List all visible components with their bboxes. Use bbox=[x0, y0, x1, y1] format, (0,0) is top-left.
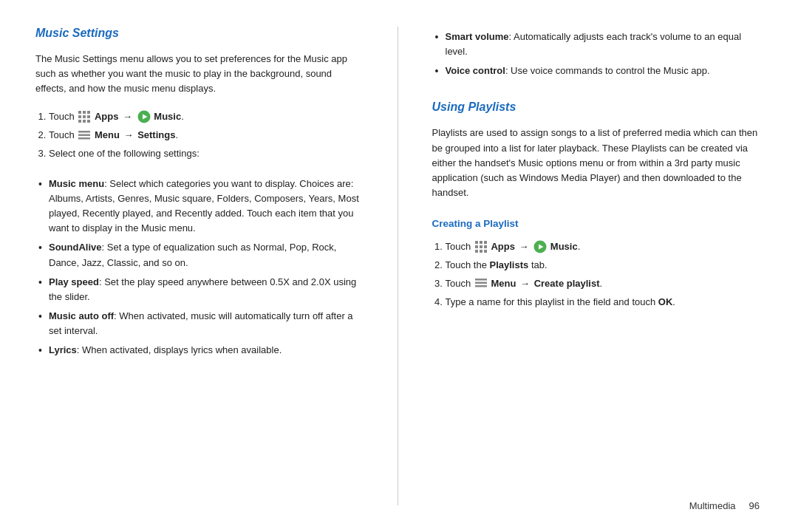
svg-rect-26 bbox=[475, 282, 487, 284]
svg-rect-12 bbox=[78, 134, 90, 136]
menu-icon-1 bbox=[78, 129, 91, 142]
playlist-steps: Touch Apps → bbox=[446, 239, 760, 313]
right-top-bullets: Smart volume: Automatically adjusts each… bbox=[435, 30, 760, 83]
svg-rect-13 bbox=[78, 137, 90, 140]
playlist-step-4: Type a name for this playlist in the fie… bbox=[446, 295, 760, 310]
bullet-music-auto-off: Music auto off: When activated, music wi… bbox=[38, 309, 364, 338]
pstep1-apps-label: Apps bbox=[491, 241, 517, 252]
bullet-smart-volume: Smart volume: Automatically adjusts each… bbox=[435, 30, 760, 59]
svg-rect-1 bbox=[83, 111, 86, 114]
svg-rect-5 bbox=[87, 115, 90, 118]
apps-icon-2 bbox=[474, 240, 488, 253]
pstep4-text: Type a name for this playlist in the fie… bbox=[446, 296, 675, 307]
creating-playlist-subtitle: Creating a Playlist bbox=[432, 218, 760, 229]
bullet-music-menu: Music menu: Select which categories you … bbox=[38, 177, 364, 236]
svg-rect-21 bbox=[480, 250, 482, 253]
svg-rect-11 bbox=[78, 131, 90, 133]
playlist-step-3: Touch Menu → Create playlist. bbox=[446, 276, 760, 292]
music-settings-bullets: Music menu: Select which categories you … bbox=[38, 177, 364, 363]
step2-menu-label: Menu bbox=[95, 129, 123, 140]
footer: Multimedia 96 bbox=[689, 500, 760, 511]
svg-rect-25 bbox=[475, 279, 487, 281]
pstep3-menu-label: Menu bbox=[491, 278, 519, 289]
music-settings-steps: Touch Apps → bbox=[49, 109, 364, 164]
svg-rect-17 bbox=[475, 245, 478, 248]
svg-rect-7 bbox=[83, 120, 86, 123]
pstep3-text-before: Touch bbox=[446, 278, 474, 289]
bullet-play-speed: Play speed: Set the play speed anywhere … bbox=[38, 275, 364, 304]
svg-rect-19 bbox=[484, 245, 487, 248]
step1-arrow: → bbox=[123, 111, 132, 122]
footer-page: 96 bbox=[749, 500, 760, 511]
step1-apps-label: Apps bbox=[95, 111, 121, 122]
pstep1-music-label: Music. bbox=[550, 241, 580, 252]
apps-icon bbox=[78, 110, 91, 123]
music-icon-1 bbox=[137, 110, 151, 123]
bullet-lyrics: Lyrics: When activated, displays lyrics … bbox=[38, 343, 364, 358]
menu-icon-2 bbox=[474, 276, 488, 290]
svg-rect-2 bbox=[87, 111, 90, 114]
svg-rect-6 bbox=[78, 120, 81, 123]
svg-rect-8 bbox=[87, 120, 90, 123]
music-settings-title: Music Settings bbox=[35, 27, 364, 40]
page: Music Settings The Music Settings menu a… bbox=[0, 0, 798, 532]
svg-rect-27 bbox=[475, 285, 487, 287]
pstep3-create: Create playlist. bbox=[534, 278, 603, 289]
step1-text-before: Touch bbox=[49, 111, 77, 122]
column-divider bbox=[398, 27, 398, 505]
pstep1-arrow: → bbox=[519, 241, 529, 252]
svg-rect-22 bbox=[484, 250, 487, 253]
bullet-soundalive: SoundAlive: Set a type of equalization s… bbox=[38, 240, 364, 270]
step-1: Touch Apps → bbox=[49, 109, 364, 125]
music-icon-2 bbox=[533, 240, 547, 253]
pstep2-text: Touch the Playlists tab. bbox=[446, 259, 548, 270]
svg-rect-14 bbox=[475, 241, 478, 244]
pstep1-text-before: Touch bbox=[446, 241, 474, 252]
playlist-step-1: Touch Apps → bbox=[446, 239, 760, 255]
playlist-step-2: Touch the Playlists tab. bbox=[446, 258, 760, 273]
step-3: Select one of the following settings: bbox=[49, 146, 364, 162]
step2-text-before: Touch bbox=[49, 129, 77, 140]
svg-rect-16 bbox=[484, 241, 487, 244]
using-playlists-intro: Playlists are used to assign songs to a … bbox=[432, 126, 760, 200]
footer-label: Multimedia bbox=[689, 500, 736, 511]
step2-arrow: → bbox=[124, 129, 134, 140]
svg-rect-3 bbox=[78, 115, 81, 118]
left-column: Music Settings The Music Settings menu a… bbox=[35, 27, 364, 505]
pstep3-arrow: → bbox=[520, 278, 530, 289]
step-2: Touch Menu → Settings. bbox=[49, 128, 364, 143]
step2-settings: Settings. bbox=[137, 129, 178, 140]
step3-text: Select one of the following settings: bbox=[49, 148, 200, 159]
svg-rect-20 bbox=[475, 250, 478, 253]
using-playlists-title: Using Playlists bbox=[432, 100, 760, 114]
music-settings-intro: The Music Settings menu allows you to se… bbox=[35, 52, 364, 96]
bullet-voice-control: Voice control: Use voice commands to con… bbox=[435, 64, 760, 78]
svg-rect-4 bbox=[83, 115, 86, 118]
svg-rect-0 bbox=[78, 111, 81, 114]
right-column: Smart volume: Automatically adjusts each… bbox=[432, 27, 760, 505]
svg-rect-15 bbox=[480, 241, 482, 244]
step1-music-label: Music. bbox=[154, 111, 183, 122]
svg-rect-18 bbox=[480, 245, 482, 248]
